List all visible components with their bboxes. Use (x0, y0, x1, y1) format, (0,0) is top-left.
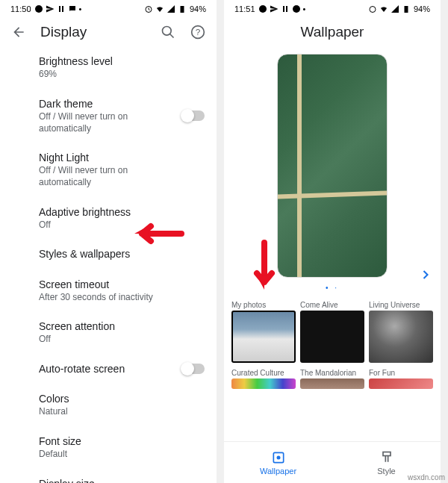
dark-theme-toggle[interactable] (182, 110, 205, 121)
chevron-right-icon (418, 267, 433, 282)
svg-point-8 (370, 7, 376, 13)
wifi-icon (379, 4, 388, 13)
app-icon (292, 4, 301, 13)
setting-styles-wallpapers[interactable]: Styles & wallpapers (39, 239, 217, 269)
category-thumb (369, 378, 433, 389)
setting-display-size[interactable]: Display size (39, 469, 217, 483)
battery-percent: 94% (190, 4, 206, 13)
category-mandalorian[interactable]: The Mandalorian (300, 366, 364, 389)
search-button[interactable] (160, 24, 176, 40)
category-living-universe[interactable]: Living Universe (369, 298, 433, 363)
battery-percent: 94% (414, 4, 430, 13)
svg-point-6 (259, 5, 267, 13)
svg-rect-12 (383, 452, 391, 455)
next-button[interactable] (418, 267, 433, 285)
app-bar: Display ? (0, 15, 217, 46)
status-bar: 11:51 • 94% (224, 0, 441, 15)
svg-rect-2 (180, 6, 184, 13)
category-curated-culture[interactable]: Curated Culture (231, 366, 296, 389)
category-thumb (369, 311, 433, 363)
setting-colors[interactable]: Colors Natural (39, 384, 217, 426)
category-for-fun[interactable]: For Fun (369, 366, 433, 389)
watermark: wsxdn.com (408, 473, 445, 482)
category-thumb (231, 311, 296, 363)
dot-icon: • (79, 4, 88, 13)
tab-wallpaper[interactable]: Wallpaper (224, 442, 332, 483)
style-icon (379, 450, 394, 465)
svg-point-0 (35, 5, 43, 13)
category-thumb (231, 378, 296, 389)
whatsapp-icon (258, 4, 267, 13)
wallpaper-icon (271, 450, 286, 465)
battery-icon (402, 4, 411, 13)
alarm-icon (144, 4, 153, 13)
status-system-icons (144, 4, 187, 13)
status-notification-icons: • (34, 4, 88, 13)
send-icon (46, 4, 55, 13)
category-thumb (300, 311, 364, 363)
setting-night-light[interactable]: Night Light Off / Will never turn on aut… (39, 143, 217, 196)
battery-icon (178, 4, 187, 13)
setting-dark-theme[interactable]: Dark theme Off / Will never turn on auto… (39, 89, 217, 143)
status-bar: 11:50 • 94% (0, 0, 217, 15)
send-icon (270, 4, 279, 13)
page-indicator-dots: • · (326, 284, 339, 292)
help-icon: ? (190, 25, 205, 40)
setting-font-size[interactable]: Font size Default (39, 426, 217, 469)
search-icon (161, 25, 175, 40)
setting-brightness-level[interactable]: Brightness level 69% (39, 46, 217, 89)
category-my-photos[interactable]: My photos (231, 298, 296, 363)
wallpaper-categories: My photos Come Alive Living Universe Cur… (224, 298, 441, 389)
app-bar: Wallpaper (224, 15, 441, 46)
svg-point-3 (163, 27, 172, 36)
arrow-back-icon (11, 25, 26, 40)
signal-icon (391, 4, 399, 13)
svg-point-11 (276, 455, 280, 459)
settings-list: Brightness level 69% Dark theme Off / Wi… (0, 46, 217, 483)
status-time: 11:51 (234, 4, 255, 13)
back-button[interactable] (10, 24, 27, 40)
setting-screen-timeout[interactable]: Screen timeout After 30 seconds of inact… (39, 269, 217, 312)
wallpaper-preview-image[interactable] (277, 54, 388, 278)
whatsapp-icon (34, 4, 43, 13)
pause-icon (281, 4, 290, 13)
status-system-icons (368, 4, 411, 13)
setting-auto-rotate[interactable]: Auto-rotate screen (39, 354, 217, 384)
chat-icon (68, 4, 77, 13)
signal-icon (167, 4, 175, 13)
pause-icon (57, 4, 66, 13)
alarm-icon (368, 4, 377, 13)
svg-point-7 (293, 5, 300, 13)
svg-text:?: ? (196, 27, 201, 37)
annotation-arrow-left (133, 220, 185, 247)
svg-rect-9 (404, 6, 408, 13)
category-thumb (300, 378, 364, 389)
page-title: Display (40, 24, 146, 40)
help-button[interactable]: ? (190, 24, 206, 40)
category-come-alive[interactable]: Come Alive (300, 298, 364, 363)
status-time: 11:50 (10, 4, 31, 13)
setting-adaptive-brightness[interactable]: Adaptive brightness Off (39, 197, 217, 240)
dot-icon: • (303, 4, 312, 13)
auto-rotate-toggle[interactable] (182, 364, 205, 374)
page-title: Wallpaper (301, 24, 364, 40)
wifi-icon (155, 4, 164, 13)
setting-screen-attention[interactable]: Screen attention Off (39, 311, 217, 354)
status-notification-icons: • (258, 4, 312, 13)
annotation-arrow-down (251, 239, 278, 291)
